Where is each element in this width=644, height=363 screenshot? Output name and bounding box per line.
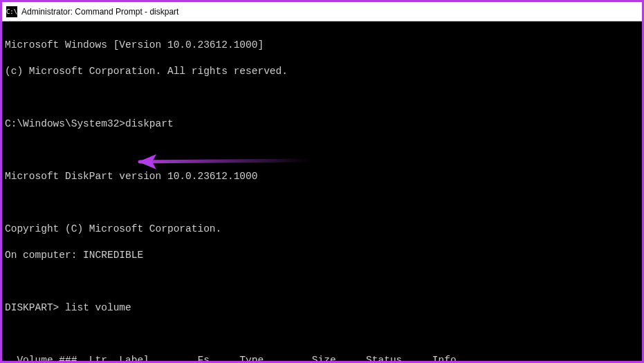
diskpart-prompt-line: DISKPART> list volume — [5, 301, 639, 315]
diskpart-copyright-line: Copyright (C) Microsoft Corporation. — [5, 223, 639, 236]
terminal-output[interactable]: Microsoft Windows [Version 10.0.23612.10… — [2, 21, 642, 361]
diskpart-command: list volume — [65, 302, 131, 313]
diskpart-computer-line: On computer: INCREDIBLE — [5, 249, 639, 262]
blank-line — [5, 144, 639, 157]
volume-table-header: Volume ### Ltr Label Fs Type Size Status… — [5, 354, 639, 361]
prompt-line: C:\Windows\System32>diskpart — [5, 118, 639, 131]
cmd-icon: C:\ — [6, 6, 17, 17]
blank-line — [5, 328, 639, 341]
window-title: Administrator: Command Prompt - diskpart — [21, 7, 178, 17]
prompt-path: C:\Windows\System32> — [5, 118, 125, 129]
diskpart-version-line: Microsoft DiskPart version 10.0.23612.10… — [5, 170, 639, 183]
prompt-command: diskpart — [125, 118, 174, 129]
os-version-line: Microsoft Windows [Version 10.0.23612.10… — [5, 39, 639, 52]
blank-line — [5, 196, 639, 210]
blank-line — [5, 91, 639, 104]
blank-line — [5, 275, 639, 288]
copyright-line: (c) Microsoft Corporation. All rights re… — [5, 65, 639, 78]
window-titlebar[interactable]: C:\ Administrator: Command Prompt - disk… — [2, 2, 642, 21]
diskpart-prompt-label: DISKPART> — [5, 302, 59, 313]
